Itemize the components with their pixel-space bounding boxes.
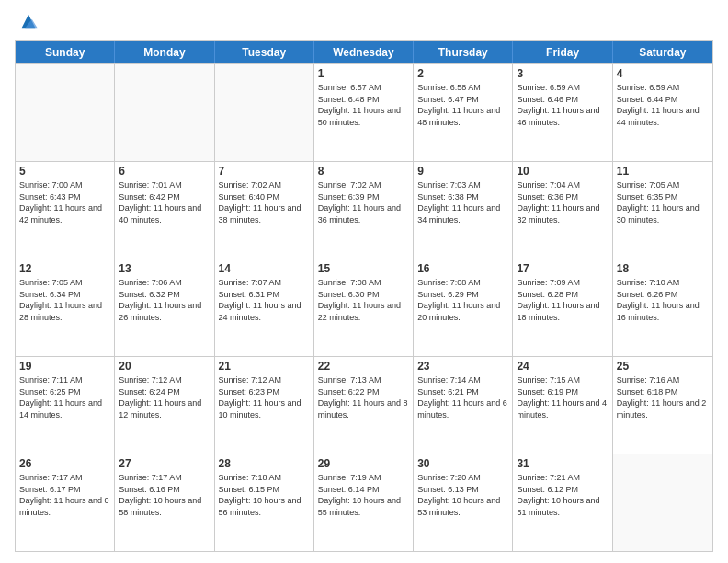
weekday-header: Tuesday <box>215 41 314 63</box>
calendar-cell <box>16 64 115 161</box>
day-info: Sunrise: 7:02 AM Sunset: 6:40 PM Dayligh… <box>219 179 310 225</box>
day-info: Sunrise: 6:59 AM Sunset: 6:46 PM Dayligh… <box>517 82 608 128</box>
day-number: 12 <box>19 262 110 275</box>
calendar-cell: 5Sunrise: 7:00 AM Sunset: 6:43 PM Daylig… <box>16 162 115 259</box>
calendar-cell: 13Sunrise: 7:06 AM Sunset: 6:32 PM Dayli… <box>115 259 214 356</box>
day-number: 25 <box>617 360 709 373</box>
day-number: 30 <box>417 457 508 470</box>
calendar: SundayMondayTuesdayWednesdayThursdayFrid… <box>15 40 713 552</box>
weekday-header: Saturday <box>613 41 712 63</box>
calendar-cell: 17Sunrise: 7:09 AM Sunset: 6:28 PM Dayli… <box>513 259 612 356</box>
day-info: Sunrise: 7:12 AM Sunset: 6:23 PM Dayligh… <box>219 374 310 420</box>
day-info: Sunrise: 7:10 AM Sunset: 6:26 PM Dayligh… <box>617 277 709 323</box>
calendar-cell: 8Sunrise: 7:02 AM Sunset: 6:39 PM Daylig… <box>314 162 414 259</box>
calendar-cell: 20Sunrise: 7:12 AM Sunset: 6:24 PM Dayli… <box>115 357 214 454</box>
calendar-cell: 22Sunrise: 7:13 AM Sunset: 6:22 PM Dayli… <box>314 357 414 454</box>
day-number: 27 <box>119 457 210 470</box>
day-info: Sunrise: 7:03 AM Sunset: 6:38 PM Dayligh… <box>417 179 508 225</box>
calendar-cell: 6Sunrise: 7:01 AM Sunset: 6:42 PM Daylig… <box>115 162 214 259</box>
calendar-cell: 30Sunrise: 7:20 AM Sunset: 6:13 PM Dayli… <box>414 454 513 551</box>
day-number: 22 <box>318 360 409 373</box>
day-number: 4 <box>617 67 709 80</box>
day-number: 18 <box>617 262 709 275</box>
calendar-cell <box>215 64 314 161</box>
calendar-cell: 24Sunrise: 7:15 AM Sunset: 6:19 PM Dayli… <box>513 357 612 454</box>
day-info: Sunrise: 7:15 AM Sunset: 6:19 PM Dayligh… <box>517 374 608 420</box>
day-info: Sunrise: 7:08 AM Sunset: 6:29 PM Dayligh… <box>417 277 508 323</box>
day-info: Sunrise: 7:06 AM Sunset: 6:32 PM Dayligh… <box>119 277 210 323</box>
day-number: 19 <box>19 360 110 373</box>
day-number: 11 <box>617 165 709 178</box>
day-info: Sunrise: 7:14 AM Sunset: 6:21 PM Dayligh… <box>417 374 508 420</box>
day-info: Sunrise: 6:57 AM Sunset: 6:48 PM Dayligh… <box>318 82 409 128</box>
header <box>15 11 713 31</box>
calendar-cell: 27Sunrise: 7:17 AM Sunset: 6:16 PM Dayli… <box>115 454 214 551</box>
calendar-cell: 3Sunrise: 6:59 AM Sunset: 6:46 PM Daylig… <box>513 64 612 161</box>
calendar-cell: 7Sunrise: 7:02 AM Sunset: 6:40 PM Daylig… <box>215 162 314 259</box>
day-number: 2 <box>417 67 508 80</box>
day-info: Sunrise: 7:18 AM Sunset: 6:15 PM Dayligh… <box>219 472 310 518</box>
weekday-header: Monday <box>115 41 214 63</box>
weekday-header: Sunday <box>16 41 115 63</box>
day-number: 5 <box>19 165 110 178</box>
day-info: Sunrise: 7:17 AM Sunset: 6:16 PM Dayligh… <box>119 472 210 518</box>
calendar-cell: 14Sunrise: 7:07 AM Sunset: 6:31 PM Dayli… <box>215 259 314 356</box>
day-info: Sunrise: 7:07 AM Sunset: 6:31 PM Dayligh… <box>219 277 310 323</box>
day-number: 15 <box>318 262 409 275</box>
day-number: 20 <box>119 360 210 373</box>
day-number: 9 <box>417 165 508 178</box>
calendar-cell: 4Sunrise: 6:59 AM Sunset: 6:44 PM Daylig… <box>613 64 712 161</box>
calendar-cell: 12Sunrise: 7:05 AM Sunset: 6:34 PM Dayli… <box>16 259 115 356</box>
day-number: 1 <box>318 67 409 80</box>
day-info: Sunrise: 7:02 AM Sunset: 6:39 PM Dayligh… <box>318 179 409 225</box>
day-info: Sunrise: 7:01 AM Sunset: 6:42 PM Dayligh… <box>119 179 210 225</box>
calendar-cell: 21Sunrise: 7:12 AM Sunset: 6:23 PM Dayli… <box>215 357 314 454</box>
day-number: 21 <box>219 360 310 373</box>
day-number: 28 <box>219 457 310 470</box>
calendar-cell <box>613 454 712 551</box>
day-number: 14 <box>219 262 310 275</box>
day-info: Sunrise: 7:05 AM Sunset: 6:34 PM Dayligh… <box>19 277 110 323</box>
day-number: 6 <box>119 165 210 178</box>
day-info: Sunrise: 7:17 AM Sunset: 6:17 PM Dayligh… <box>19 472 110 518</box>
day-info: Sunrise: 7:08 AM Sunset: 6:30 PM Dayligh… <box>318 277 409 323</box>
logo <box>15 11 39 31</box>
day-info: Sunrise: 7:04 AM Sunset: 6:36 PM Dayligh… <box>517 179 608 225</box>
calendar-cell: 26Sunrise: 7:17 AM Sunset: 6:17 PM Dayli… <box>16 454 115 551</box>
day-info: Sunrise: 7:09 AM Sunset: 6:28 PM Dayligh… <box>517 277 608 323</box>
logo-icon <box>18 11 39 31</box>
calendar-row: 1Sunrise: 6:57 AM Sunset: 6:48 PM Daylig… <box>16 63 712 161</box>
calendar-cell: 18Sunrise: 7:10 AM Sunset: 6:26 PM Dayli… <box>613 259 712 356</box>
day-info: Sunrise: 7:12 AM Sunset: 6:24 PM Dayligh… <box>119 374 210 420</box>
calendar-cell: 28Sunrise: 7:18 AM Sunset: 6:15 PM Dayli… <box>215 454 314 551</box>
day-info: Sunrise: 7:21 AM Sunset: 6:12 PM Dayligh… <box>517 472 608 518</box>
page: SundayMondayTuesdayWednesdayThursdayFrid… <box>0 0 728 563</box>
weekday-header: Wednesday <box>314 41 414 63</box>
day-number: 13 <box>119 262 210 275</box>
calendar-cell: 2Sunrise: 6:58 AM Sunset: 6:47 PM Daylig… <box>414 64 513 161</box>
day-info: Sunrise: 7:11 AM Sunset: 6:25 PM Dayligh… <box>19 374 110 420</box>
calendar-cell: 9Sunrise: 7:03 AM Sunset: 6:38 PM Daylig… <box>414 162 513 259</box>
day-number: 7 <box>219 165 310 178</box>
day-info: Sunrise: 7:00 AM Sunset: 6:43 PM Dayligh… <box>19 179 110 225</box>
calendar-row: 12Sunrise: 7:05 AM Sunset: 6:34 PM Dayli… <box>16 259 712 356</box>
weekday-header: Friday <box>513 41 612 63</box>
calendar-row: 19Sunrise: 7:11 AM Sunset: 6:25 PM Dayli… <box>16 356 712 454</box>
day-info: Sunrise: 7:16 AM Sunset: 6:18 PM Dayligh… <box>617 374 709 420</box>
calendar-cell: 29Sunrise: 7:19 AM Sunset: 6:14 PM Dayli… <box>314 454 414 551</box>
day-number: 17 <box>517 262 608 275</box>
day-info: Sunrise: 7:05 AM Sunset: 6:35 PM Dayligh… <box>617 179 709 225</box>
calendar-cell: 15Sunrise: 7:08 AM Sunset: 6:30 PM Dayli… <box>314 259 414 356</box>
calendar-body: 1Sunrise: 6:57 AM Sunset: 6:48 PM Daylig… <box>16 63 712 551</box>
day-info: Sunrise: 7:19 AM Sunset: 6:14 PM Dayligh… <box>318 472 409 518</box>
calendar-row: 5Sunrise: 7:00 AM Sunset: 6:43 PM Daylig… <box>16 161 712 259</box>
calendar-cell: 23Sunrise: 7:14 AM Sunset: 6:21 PM Dayli… <box>414 357 513 454</box>
calendar-cell: 1Sunrise: 6:57 AM Sunset: 6:48 PM Daylig… <box>314 64 414 161</box>
calendar-cell: 25Sunrise: 7:16 AM Sunset: 6:18 PM Dayli… <box>613 357 712 454</box>
calendar-cell: 31Sunrise: 7:21 AM Sunset: 6:12 PM Dayli… <box>513 454 612 551</box>
day-info: Sunrise: 7:20 AM Sunset: 6:13 PM Dayligh… <box>417 472 508 518</box>
calendar-cell: 10Sunrise: 7:04 AM Sunset: 6:36 PM Dayli… <box>513 162 612 259</box>
day-number: 3 <box>517 67 608 80</box>
day-number: 8 <box>318 165 409 178</box>
calendar-cell: 16Sunrise: 7:08 AM Sunset: 6:29 PM Dayli… <box>414 259 513 356</box>
